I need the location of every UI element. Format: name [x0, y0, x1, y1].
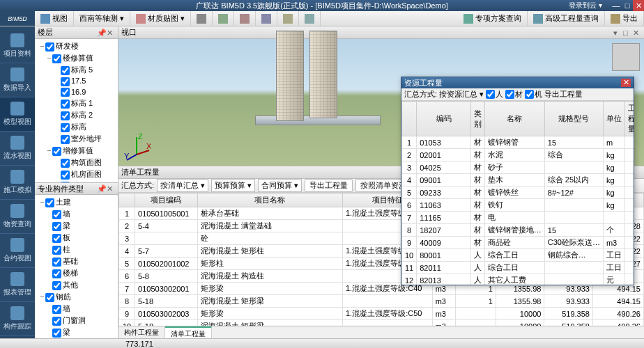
tree-node[interactable]: −增修算值 [36, 145, 116, 157]
tool-6[interactable] [299, 11, 321, 26]
table-row[interactable]: 711165材电19.4434.6790.8 [402, 212, 634, 224]
node-check[interactable] [61, 123, 70, 132]
table-row[interactable]: 409001材垫木综合 25以内kg262.0590.45117.93 [402, 174, 634, 187]
close-icon[interactable]: ✕ [633, 0, 644, 11]
nav-模型视图[interactable]: 模型视图 [0, 97, 35, 132]
node-check[interactable] [52, 317, 61, 326]
tree-node[interactable]: 墙 [36, 208, 117, 220]
special-query-button[interactable]: 专项方案查询 [458, 11, 528, 26]
table-row[interactable]: 304025材砂子kg683.0440.0427.32 [402, 161, 634, 174]
col-header[interactable]: 项目名称 [197, 193, 342, 207]
col-header[interactable]: 工程量 [624, 102, 634, 136]
nav-项目资料[interactable]: 项目资料 [0, 29, 35, 63]
viewport-close-icon[interactable]: ✕ [633, 29, 641, 37]
nav-合约视图[interactable]: 合约视图 [0, 234, 35, 268]
nav-施工模拟[interactable]: 施工模拟 [0, 166, 35, 200]
tree-node[interactable]: 梁 [36, 326, 117, 338]
nav-报表管理[interactable]: 报表管理 [0, 268, 35, 302]
cloud-login[interactable]: 登录到云 ▾ [569, 1, 602, 10]
material-select[interactable]: 材质贴图 ▾ [130, 11, 191, 26]
tree-node[interactable]: 标高 1 [36, 97, 116, 109]
node-check[interactable] [52, 210, 61, 219]
col-header[interactable] [119, 193, 135, 207]
tree-node[interactable]: 其他 [36, 279, 117, 291]
tree-node[interactable]: −楼修算值 [36, 52, 116, 64]
node-check[interactable] [52, 305, 61, 314]
tab-component-qty[interactable]: 构件工程量 [118, 326, 165, 338]
col-header[interactable]: 项目编码 [135, 193, 198, 207]
col-header[interactable] [402, 102, 417, 136]
tab-bill-qty[interactable]: 清单工程量 [165, 326, 212, 338]
pin-icon[interactable]: 📌 [97, 29, 105, 37]
resource-window-title[interactable]: 资源工程量 ✕ [401, 77, 634, 88]
resource-grid[interactable]: 编码类别名称规格型号单位工程量单价合价(元)101053材镀锌钢管15m862.… [401, 101, 634, 285]
node-check[interactable] [61, 100, 70, 109]
node-check[interactable] [52, 222, 61, 231]
resource-qty-window[interactable]: 资源工程量 ✕ 汇总方式: 按资源汇总 ▾ 人 材 机 导出工程量 编码类别名称… [401, 77, 634, 285]
node-check[interactable] [45, 293, 54, 302]
node-check[interactable] [45, 42, 54, 52]
tree-node[interactable]: 楼梯 [36, 267, 117, 279]
node-check[interactable] [61, 88, 70, 97]
export-qty-button[interactable]: 导出工程量 [305, 179, 353, 192]
table-row[interactable]: 940009材商品砼C30砼际泵送…m34831.7134101981002.3… [402, 237, 634, 249]
filter-material[interactable]: 材 [505, 89, 523, 100]
summary-mode-select[interactable]: 按清单汇总 ▾ [157, 179, 208, 192]
panel-close-icon[interactable]: ✕ [107, 29, 115, 37]
export-button[interactable]: 导出 [605, 11, 644, 26]
col-header[interactable]: 类别 [470, 102, 484, 136]
col-header[interactable]: 规格型号 [544, 102, 603, 136]
table-row[interactable]: 509233材镀锌铁丝8#~12#kg11.8353.8545.56 [402, 187, 634, 199]
table-row[interactable]: 105-18泥海混凝土 矩形梁m310000519.358490.26 [119, 320, 644, 326]
tool-4[interactable] [256, 11, 277, 26]
tree-node[interactable]: 16.9 [36, 87, 116, 98]
tree-node[interactable]: 基础 [36, 255, 117, 267]
tree-node[interactable]: −土建 [36, 196, 117, 208]
node-check[interactable] [52, 234, 61, 243]
view-cube[interactable] [612, 43, 640, 71]
tree-node[interactable]: 梁 [36, 220, 117, 232]
tool-2[interactable] [213, 11, 234, 26]
col-header[interactable]: 名称 [484, 102, 544, 136]
node-check[interactable] [61, 77, 70, 86]
tool-5[interactable] [277, 11, 299, 26]
tree-node[interactable]: −钢筋 [36, 291, 117, 303]
node-check[interactable] [52, 281, 61, 290]
axes-gizmo[interactable]: ZXY [123, 134, 151, 161]
table-row[interactable]: 1080001人综合工日钢筋综合…工日14.5644806990.72 [402, 249, 634, 262]
tree-node[interactable]: 17.5 [36, 76, 116, 87]
tree-node[interactable]: 机房面图 [36, 168, 116, 180]
axis-select[interactable]: 西南等轴测 ▾ [74, 11, 130, 26]
nav-流水视图[interactable]: 流水视图 [0, 132, 35, 166]
table-row[interactable]: 611063材铁钉kg11.0127.886.24 [402, 199, 634, 212]
maximize-icon[interactable]: □ [622, 0, 633, 11]
table-row[interactable]: 1282013人其它人工费元67.628167.63 [402, 274, 634, 285]
filter-machine[interactable]: 机 [525, 89, 542, 100]
node-check[interactable] [61, 111, 70, 120]
tree-node[interactable]: 标高 5 [36, 64, 116, 76]
table-row[interactable]: 101053材镀锌钢管15m862.2593.993440.41 [402, 136, 634, 149]
node-check[interactable] [61, 135, 70, 144]
tree-node[interactable]: 室外地坪 [36, 133, 116, 145]
viewport-menu-icon[interactable]: ▾ [613, 29, 622, 37]
filter-person[interactable]: 人 [486, 89, 503, 100]
node-check[interactable] [61, 66, 70, 75]
advanced-query-button[interactable]: 高级工程量查询 [528, 11, 605, 26]
node-check[interactable] [52, 329, 61, 338]
budget-select[interactable]: 预算预算 ▾ [211, 179, 255, 192]
resource-mode-select[interactable]: 按资源汇总 ▾ [439, 89, 484, 100]
node-check[interactable] [52, 246, 61, 255]
minimize-icon[interactable]: — [611, 0, 622, 11]
panel-close-icon[interactable]: ✕ [107, 184, 115, 193]
tool-1[interactable] [191, 11, 213, 26]
tree-node[interactable]: 标高 [36, 121, 116, 133]
nav-数据导入[interactable]: 数据导入 [0, 63, 35, 97]
node-check[interactable] [52, 54, 61, 63]
table-row[interactable]: 202001材水泥综合kg113.2770.3741.91 [402, 149, 634, 161]
tree-node[interactable]: 柱 [36, 244, 117, 255]
table-row[interactable]: 85-18泥海混凝土 矩形梁m311355.9893.933494.15 [119, 295, 644, 308]
node-check[interactable] [52, 258, 61, 267]
view-button[interactable]: 视图 [35, 11, 74, 26]
viewport-max-icon[interactable]: □ [623, 29, 631, 37]
nav-构件跟踪[interactable]: 构件跟踪 [0, 302, 35, 336]
